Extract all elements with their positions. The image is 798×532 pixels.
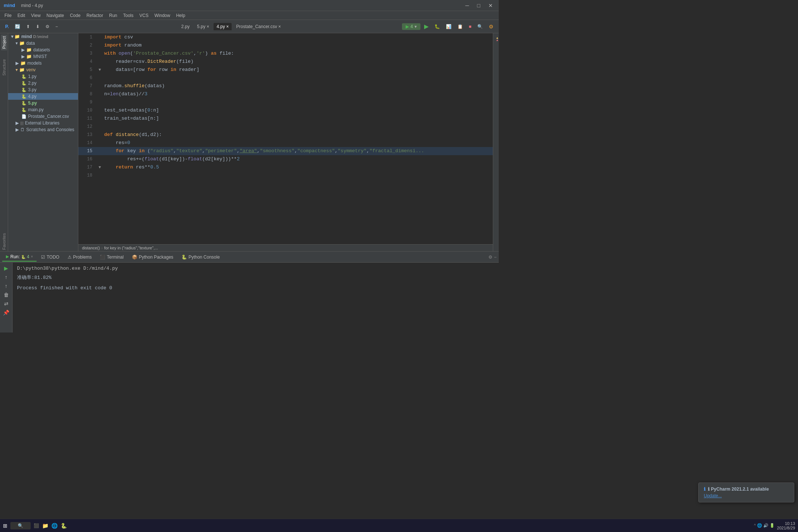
navigate-up-button[interactable]: ⬆: [24, 23, 32, 30]
title-bar: mind mind - 4.py ─ □ ✕: [0, 0, 499, 11]
run-tab-terminal[interactable]: ⬛ Terminal: [96, 253, 127, 261]
folder-external-libs[interactable]: ▶ ||| External Libraries: [8, 120, 78, 126]
pin-button[interactable]: 📌: [2, 308, 10, 317]
menu-refactor[interactable]: Refactor: [83, 12, 106, 19]
rerun-button[interactable]: ▶: [3, 264, 9, 272]
search-everywhere-button[interactable]: 🔍: [475, 23, 485, 30]
project-view-button[interactable]: P.: [3, 23, 11, 30]
run-tab-problems[interactable]: ⚠ Problems: [64, 253, 96, 261]
code-editor[interactable]: 1 import csv 2 import random 3 with open…: [78, 33, 493, 244]
file-csv[interactable]: 📄 Prostate_Cancer.csv: [8, 113, 78, 120]
debug-button[interactable]: 🐛: [432, 23, 442, 30]
profile-button[interactable]: 📊: [444, 23, 454, 30]
line-content-3: with open('Prostate_Cancer.csv','r') as …: [103, 50, 493, 58]
file-1py[interactable]: 🐍 1.py: [8, 73, 78, 80]
py-icon-4: 🐍: [21, 94, 27, 99]
gutter-4: [97, 58, 103, 66]
folder-models[interactable]: ▶ 📁 models: [8, 60, 78, 66]
run-tab-run[interactable]: ▶ Run: 🐍 4 ×: [2, 253, 37, 262]
tab-csv[interactable]: Prostate_Cancer.csv ×: [233, 23, 284, 30]
sync-button[interactable]: 🔄: [13, 23, 23, 30]
code-line-4: 4 reader=csv.DictReader(file): [78, 58, 493, 66]
run-tab-close[interactable]: ×: [31, 255, 33, 259]
menu-run[interactable]: Run: [106, 12, 120, 19]
menu-code[interactable]: Code: [67, 12, 83, 19]
expand-arrow-scratches: ▶: [16, 127, 19, 132]
menu-navigate[interactable]: Navigate: [44, 12, 67, 19]
code-line-13: 13 def distance(d1,d2):: [78, 131, 493, 139]
code-line-10: 10 test_set=datas[0:n]: [78, 106, 493, 115]
file-mainpy[interactable]: 🐍 main.py: [8, 106, 78, 113]
file-3py[interactable]: 🐍 3.py: [8, 86, 78, 93]
line-content-11: train_set=datas[n:]: [103, 115, 493, 123]
minimize-button[interactable]: ─: [463, 2, 471, 9]
code-line-6: 6: [78, 74, 493, 82]
scroll-up-button[interactable]: ↑: [4, 282, 8, 290]
file-2py-label: 2.py: [28, 81, 37, 86]
folder-venv[interactable]: ▾ 📁 venv: [8, 66, 78, 73]
tab-5py[interactable]: 5.py ×: [194, 23, 212, 30]
gutter-13: [97, 131, 103, 139]
project-folder-icon: 📁: [14, 34, 20, 39]
menu-vcs[interactable]: VCS: [136, 12, 151, 19]
line-content-12: [103, 123, 493, 131]
close-button[interactable]: ✕: [486, 2, 495, 9]
menu-edit[interactable]: Edit: [14, 12, 28, 19]
menu-view[interactable]: View: [28, 12, 44, 19]
run-tab-todo[interactable]: ☑ TODO: [37, 253, 63, 261]
right-panel: ▲ ▲: [493, 33, 499, 251]
run-tab-console[interactable]: 🐍 Python Console: [178, 253, 224, 261]
line-content-4: reader=csv.DictReader(file): [103, 58, 493, 66]
project-sidebar: ▾ 📁 mind D:\mind ▾ 📁 data ▶ 📁 datasets ▶…: [8, 33, 78, 251]
tab-4py-active[interactable]: 4.py ×: [214, 23, 232, 30]
favorites-panel-button[interactable]: Favorites: [1, 232, 7, 251]
py-icon-main: 🐍: [21, 108, 27, 112]
line-content-9: [103, 98, 493, 106]
stop-run-button[interactable]: ↑: [4, 273, 8, 281]
run-tab-packages[interactable]: 📦 Python Packages: [128, 253, 177, 261]
file-5py[interactable]: 🐍 5.py: [8, 100, 78, 106]
code-line-17: 17 ▼ return res**0.5: [78, 163, 493, 171]
coverage-button[interactable]: 📋: [455, 23, 465, 30]
line-content-8: n=len(datas)//3: [103, 90, 493, 98]
menu-window[interactable]: Window: [151, 12, 173, 19]
settings-icon-button[interactable]: ⚙: [487, 23, 496, 31]
venv-folder-icon: 📁: [19, 67, 25, 72]
run-config-dropdown[interactable]: ▾: [415, 24, 417, 29]
clear-output-button[interactable]: 🗑: [3, 291, 10, 299]
gutter-10: [97, 106, 103, 115]
menu-tools[interactable]: Tools: [120, 12, 136, 19]
collapse-button[interactable]: −: [53, 23, 60, 30]
run-button[interactable]: ▶: [422, 22, 431, 31]
file-2py[interactable]: 🐍 2.py: [8, 80, 78, 86]
structure-panel-button[interactable]: Structure: [1, 58, 7, 77]
folder-datasets[interactable]: ▶ 📁 datasets: [8, 47, 78, 53]
main-content: Project Structure Favorites ▾ 📁 mind D:\…: [0, 33, 499, 251]
todo-icon: ☑: [41, 255, 45, 260]
maximize-button[interactable]: □: [475, 2, 482, 9]
menu-file[interactable]: File: [1, 12, 14, 19]
toolbar: P. 🔄 ⬆ ⬇ ⚙ − 2.py 5.py × 4.py × Prostate…: [0, 20, 499, 33]
file-4py[interactable]: 🐍 4.py: [8, 93, 78, 100]
run-close-button[interactable]: −: [494, 255, 497, 260]
tab-2py[interactable]: 2.py: [178, 23, 193, 30]
folder-mnist[interactable]: ▶ 📁 MNIST: [8, 53, 78, 60]
code-line-1: 1 import csv: [78, 33, 493, 41]
navigate-down-button[interactable]: ⬇: [34, 23, 42, 30]
toggle-wrap-button[interactable]: ⇄: [3, 300, 10, 308]
line-content-2: import random: [103, 41, 493, 50]
menu-help[interactable]: Help: [173, 12, 188, 19]
collapse-arrow[interactable]: ▾: [11, 34, 13, 39]
code-line-5: 5 ▼ datas=[row for row in reader]: [78, 66, 493, 74]
line-content-7: random.shuffle(datas): [103, 82, 493, 90]
left-panel: Project Structure Favorites: [0, 33, 8, 251]
packages-label: Python Packages: [139, 255, 173, 260]
stop-button[interactable]: ■: [467, 23, 474, 30]
folder-scratches[interactable]: ▶ 🗒 Scratches and Consoles: [8, 126, 78, 133]
menu-bar: File Edit View Navigate Code Refactor Ru…: [0, 11, 499, 20]
run-settings-button[interactable]: ⚙: [488, 255, 492, 260]
project-panel-button[interactable]: Project: [1, 35, 7, 50]
folder-data[interactable]: ▾ 📁 data: [8, 40, 78, 47]
settings-button[interactable]: ⚙: [43, 23, 52, 30]
line-num-6: 6: [78, 74, 97, 82]
